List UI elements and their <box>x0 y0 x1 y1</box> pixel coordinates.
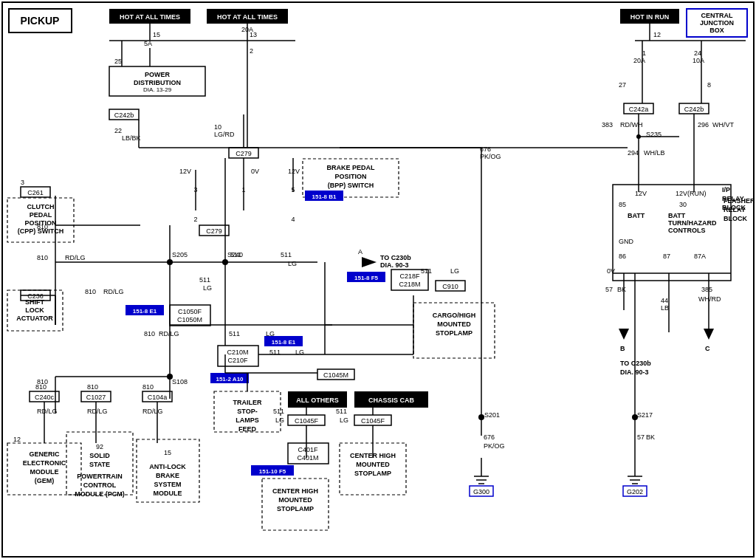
svg-text:RELAY: RELAY <box>722 195 744 202</box>
svg-text:STOPLAMP: STOPLAMP <box>277 505 314 512</box>
svg-text:C279: C279 <box>206 227 222 235</box>
svg-text:511: 511 <box>199 276 210 284</box>
svg-text:22: 22 <box>114 127 122 134</box>
svg-text:ACTUATOR: ACTUATOR <box>16 315 53 322</box>
svg-text:PEDAL: PEDAL <box>30 211 52 219</box>
svg-text:BLOCK: BLOCK <box>724 215 747 222</box>
svg-text:C210F: C210F <box>227 357 248 364</box>
svg-text:3: 3 <box>21 179 24 186</box>
to-c230b-ref-1: TO C230b <box>380 254 411 261</box>
svg-text:810: 810 <box>35 383 47 391</box>
svg-text:C401M: C401M <box>297 454 318 462</box>
svg-text:511: 511 <box>273 408 284 415</box>
svg-text:TURN/HAZARD: TURN/HAZARD <box>668 219 717 227</box>
chassis-cab-label: CHASSIS CAB <box>368 397 415 404</box>
svg-text:WH/RD: WH/RD <box>698 295 721 303</box>
svg-text:511: 511 <box>336 408 347 415</box>
svg-text:RD/LG: RD/LG <box>142 408 163 415</box>
connector-151-8-e1-mid: 151-8 E1 <box>272 339 296 346</box>
svg-text:BRAKE: BRAKE <box>156 472 179 479</box>
svg-text:810: 810 <box>144 330 155 337</box>
svg-text:15: 15 <box>153 31 160 38</box>
svg-text:S201: S201 <box>484 411 500 419</box>
svg-text:3: 3 <box>193 186 197 193</box>
svg-text:C279: C279 <box>236 150 252 157</box>
svg-text:C910: C910 <box>442 283 458 290</box>
svg-text:C218F: C218F <box>399 272 420 280</box>
svg-text:LG: LG <box>288 260 297 267</box>
svg-text:(GEM): (GEM) <box>35 477 55 484</box>
gem-label: GENERIC <box>29 450 60 458</box>
svg-text:20A: 20A <box>633 57 645 64</box>
svg-text:C242b: C242b <box>684 106 704 113</box>
svg-text:C242a: C242a <box>629 106 649 113</box>
svg-text:RD/LG: RD/LG <box>159 330 179 337</box>
cargo-lamp-label: CARGO/HIGH <box>433 312 476 319</box>
pcm-label: SOLID <box>89 452 110 459</box>
svg-text:44: 44 <box>661 297 668 304</box>
svg-text:C1050M: C1050M <box>177 316 202 323</box>
hot-all-times-1: HOT AT ALL TIMES <box>120 13 180 21</box>
connector-151-8-e1-left: 151-8 E1 <box>133 308 157 315</box>
svg-text:PK/OG: PK/OG <box>484 442 505 450</box>
svg-text:12: 12 <box>653 31 661 38</box>
center-high-1-label: CENTER HIGH <box>272 487 318 495</box>
svg-text:10A: 10A <box>693 57 704 64</box>
svg-text:GND: GND <box>619 238 634 245</box>
wiring-diagram: PICKUP HOT AT ALL TIMES HOT AT ALL TIMES… <box>0 0 756 559</box>
svg-text:C1045F: C1045F <box>295 417 319 425</box>
svg-text:810: 810 <box>142 383 154 391</box>
svg-text:1: 1 <box>241 186 245 193</box>
connector-151-8-b1: 151-8 B1 <box>312 193 337 200</box>
svg-text:676: 676 <box>484 433 495 441</box>
svg-text:LB: LB <box>661 304 669 312</box>
svg-text:92: 92 <box>96 443 103 450</box>
pickup-title: PICKUP <box>21 15 60 27</box>
svg-text:C401F: C401F <box>298 446 318 453</box>
svg-text:12: 12 <box>13 436 21 443</box>
svg-text:8: 8 <box>707 81 711 89</box>
svg-text:C242b: C242b <box>114 112 134 119</box>
svg-text:MOUNTED: MOUNTED <box>437 320 471 328</box>
center-high-2-label: CENTER HIGH <box>350 452 396 459</box>
svg-text:C218M: C218M <box>399 281 420 288</box>
svg-text:C104a: C104a <box>148 394 168 401</box>
svg-text:87: 87 <box>663 253 670 260</box>
svg-text:LG: LG <box>203 284 212 292</box>
all-others-label: ALL OTHERS <box>296 397 338 404</box>
svg-text:MODULE: MODULE <box>30 468 59 476</box>
svg-text:30: 30 <box>679 201 687 208</box>
svg-text:A: A <box>358 248 362 256</box>
svg-text:5: 5 <box>291 186 295 193</box>
svg-text:S205: S205 <box>172 251 188 258</box>
svg-text:C210M: C210M <box>227 349 248 356</box>
svg-text:LG: LG <box>450 267 459 275</box>
svg-text:BK: BK <box>617 286 626 293</box>
svg-text:STOP-: STOP- <box>237 408 257 415</box>
svg-text:12V(RUN): 12V(RUN) <box>676 190 707 197</box>
svg-text:STOPLAMP: STOPLAMP <box>436 329 472 337</box>
svg-text:BLOCK: BLOCK <box>722 204 746 211</box>
svg-text:87A: 87A <box>694 253 706 260</box>
svg-text:LAMPS: LAMPS <box>236 416 259 424</box>
svg-text:25: 25 <box>114 58 122 65</box>
svg-text:385: 385 <box>701 286 712 293</box>
svg-text:LG: LG <box>340 416 348 424</box>
svg-text:810: 810 <box>87 383 98 391</box>
central-junction-box: CENTRAL <box>701 12 733 19</box>
svg-text:BATT: BATT <box>628 212 645 219</box>
svg-text:RD/LG: RD/LG <box>87 408 108 415</box>
svg-text:296: 296 <box>698 121 709 128</box>
arrow-c: C <box>705 345 710 352</box>
svg-text:86: 86 <box>619 253 626 260</box>
svg-text:JUNCTION: JUNCTION <box>700 19 734 27</box>
svg-text:STATE: STATE <box>89 461 110 468</box>
svg-text:STOPLAMP: STOPLAMP <box>354 470 391 477</box>
svg-text:BATT: BATT <box>668 212 686 219</box>
svg-text:BOX: BOX <box>709 27 724 34</box>
bpp-switch-label: BRAKE PEDAL <box>326 164 375 171</box>
power-dist-label: POWER <box>145 71 171 78</box>
svg-text:S108: S108 <box>172 378 188 385</box>
svg-text:I/P: I/P <box>722 186 730 193</box>
svg-text:PK/OG: PK/OG <box>480 153 501 160</box>
